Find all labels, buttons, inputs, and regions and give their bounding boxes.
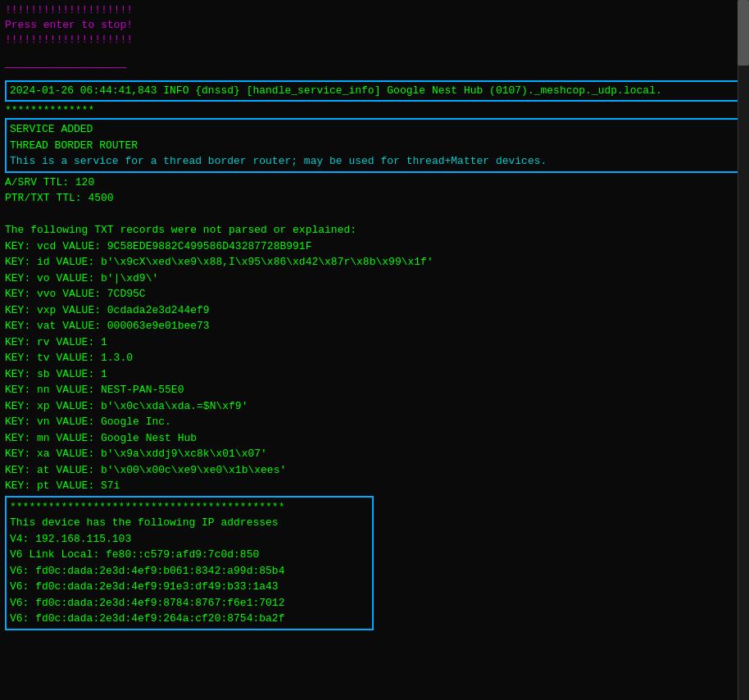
key-vo: KEY: vo VALUE: b'|\xd9\' bbox=[5, 270, 744, 287]
info-log-line: 2024-01-26 06:44:41,843 INFO {dnssd} [ha… bbox=[10, 84, 739, 98]
key-mn: KEY: mn VALUE: Google Nest Hub bbox=[5, 430, 744, 447]
terminal: !!!!!!!!!!!!!!!!!!!! Press enter to stop… bbox=[5, 3, 744, 630]
service-info-box: SERVICE ADDED THREAD BORDER ROUTER This … bbox=[5, 118, 744, 173]
exclamation-top: !!!!!!!!!!!!!!!!!!!! bbox=[5, 3, 744, 18]
asterisks-2: ****************************************… bbox=[10, 499, 369, 516]
ip-v6-4: V6: fd0c:dada:2e3d:4ef9:264a:cf20:8754:b… bbox=[10, 611, 369, 627]
key-vat: KEY: vat VALUE: 000063e9e01bee73 bbox=[5, 318, 744, 334]
key-tv: KEY: tv VALUE: 1.3.0 bbox=[5, 350, 744, 366]
ip-v4: V4: 192.168.115.103 bbox=[10, 531, 369, 548]
key-vcd: KEY: vcd VALUE: 9C58EDE9882C499586D43287… bbox=[5, 239, 744, 255]
scrollbar-thumb[interactable] bbox=[738, 0, 749, 66]
ttl-a-srv: A/SRV TTL: 120 bbox=[5, 175, 744, 191]
key-vxp: KEY: vxp VALUE: 0cdada2e3d244ef9 bbox=[5, 302, 744, 319]
ip-v6-3: V6: fd0c:dada:2e3d:4ef9:8784:8767:f6e1:7… bbox=[10, 595, 369, 611]
txt-header: The following TXT records were not parse… bbox=[5, 222, 744, 239]
ip-v6-1: V6: fd0c:dada:2e3d:4ef9:b061:8342:a99d:8… bbox=[10, 563, 369, 580]
ip-v6-link: V6 Link Local: fe80::c579:afd9:7c0d:850 bbox=[10, 547, 369, 563]
key-rv: KEY: rv VALUE: 1 bbox=[5, 334, 744, 351]
press-enter-text: Press enter to stop! bbox=[5, 18, 744, 33]
asterisks-1: ************** bbox=[5, 103, 744, 118]
key-sb: KEY: sb VALUE: 1 bbox=[5, 366, 744, 383]
service-desc-line: This is a service for a thread border ro… bbox=[10, 153, 739, 170]
key-at: KEY: at VALUE: b'\x00\x00c\xe9\xe0\x1b\x… bbox=[5, 462, 744, 479]
key-nn: KEY: nn VALUE: NEST-PAN-55E0 bbox=[5, 382, 744, 398]
key-vn: KEY: vn VALUE: Google Inc. bbox=[5, 414, 744, 430]
blank-line-1 bbox=[5, 207, 744, 223]
key-xp: KEY: xp VALUE: b'\x0c\xda\xda.=$N\xf9' bbox=[5, 398, 744, 415]
ip-header-line: This device has the following IP address… bbox=[10, 515, 369, 531]
key-vvo: KEY: vvo VALUE: 7CD95C bbox=[5, 286, 744, 302]
thread-border-line: THREAD BORDER ROUTER bbox=[10, 138, 739, 154]
divider: ——————————————————— bbox=[5, 61, 744, 75]
exclamation-bottom: !!!!!!!!!!!!!!!!!!!! bbox=[5, 33, 744, 48]
ttl-ptr-txt: PTR/TXT TTL: 4500 bbox=[5, 190, 744, 207]
ip-v6-2: V6: fd0c:dada:2e3d:4ef9:91e3:df49:b33:1a… bbox=[10, 579, 369, 595]
service-added-line: SERVICE ADDED bbox=[10, 121, 739, 138]
key-pt: KEY: pt VALUE: S7i bbox=[5, 478, 744, 494]
key-xa: KEY: xa VALUE: b'\x9a\xddj9\xc8k\x01\x07… bbox=[5, 446, 744, 462]
ip-addresses-box: ****************************************… bbox=[5, 496, 374, 630]
info-log-box: 2024-01-26 06:44:41,843 INFO {dnssd} [ha… bbox=[5, 80, 744, 102]
scrollbar[interactable] bbox=[738, 0, 749, 700]
key-id: KEY: id VALUE: b'\x9cX\xed\xe9\x88,I\x95… bbox=[5, 254, 744, 270]
